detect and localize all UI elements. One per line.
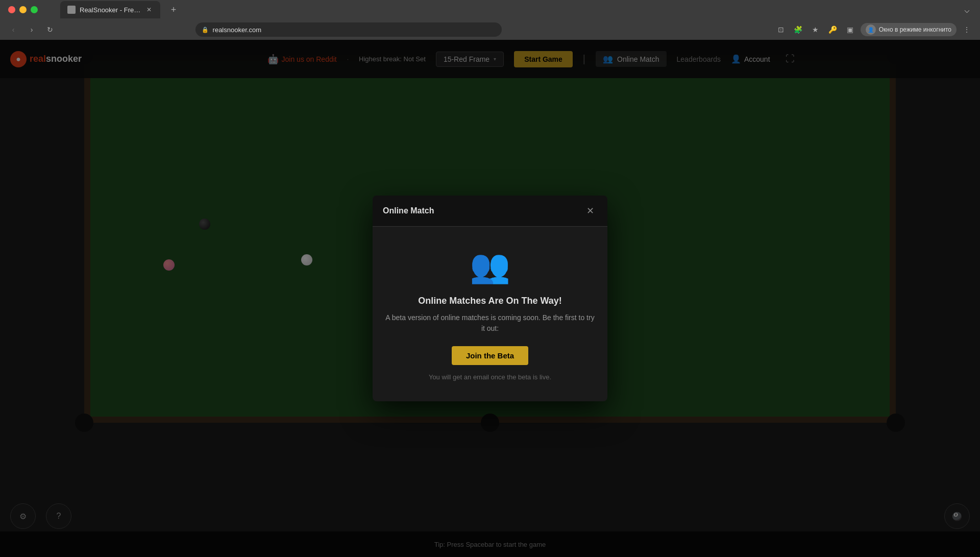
maximize-traffic-light[interactable] [31, 6, 38, 13]
dialog-note: You will get an email once the beta is l… [383, 373, 597, 381]
back-button[interactable]: ‹ [6, 22, 20, 37]
incognito-icon: 👤 [866, 25, 876, 35]
more-options-button[interactable]: ⋮ [960, 22, 974, 37]
game-area: ● realsnooker 🤖 Join us on Reddit · High… [0, 40, 980, 557]
extension-button[interactable]: 🧩 [791, 22, 805, 37]
sidebar-toggle-button[interactable]: ⌵ [962, 2, 972, 17]
players-icon: 👥 [383, 247, 597, 285]
split-view-button[interactable]: ▣ [843, 22, 857, 37]
bookmark-button[interactable]: ★ [808, 22, 823, 37]
join-beta-button[interactable]: Join the Beta [452, 346, 528, 365]
close-traffic-light[interactable] [8, 6, 15, 13]
traffic-lights [8, 6, 38, 13]
password-manager-button[interactable]: 🔑 [826, 22, 840, 37]
browser-titlebar: RealSnooker - Free 2D snooke ✕ + ⌵ [0, 0, 980, 19]
address-bar-row: ‹ › ↻ 🔒 realsnooker.com ⊡ 🧩 ★ 🔑 ▣ 👤 Окно… [0, 19, 980, 40]
dialog-title: Online Match [383, 206, 434, 215]
browser-actions: ⊡ 🧩 ★ 🔑 ▣ 👤 Окно в режиме инкогнито ⋮ [774, 22, 974, 37]
url-text: realsnooker.com [213, 26, 261, 34]
tab-title: RealSnooker - Free 2D snooke [80, 6, 141, 14]
dialog-heading: Online Matches Are On The Way! [383, 296, 597, 306]
dialog-body: 👥 Online Matches Are On The Way! A beta … [373, 227, 607, 401]
minimize-traffic-light[interactable] [19, 6, 27, 13]
dialog-overlay: Online Match ✕ 👥 Online Matches Are On T… [0, 40, 980, 557]
reload-button[interactable]: ↻ [43, 22, 57, 37]
screen-capture-button[interactable]: ⊡ [774, 22, 788, 37]
security-icon: 🔒 [202, 27, 209, 33]
dialog-description: A beta version of online matches is comi… [383, 312, 597, 334]
new-tab-button[interactable]: + [166, 3, 181, 17]
tab-favicon [67, 6, 76, 14]
online-match-dialog: Online Match ✕ 👥 Online Matches Are On T… [373, 196, 607, 401]
dialog-close-button[interactable]: ✕ [583, 204, 597, 218]
dialog-header: Online Match ✕ [373, 196, 607, 227]
address-bar[interactable]: 🔒 realsnooker.com [195, 22, 502, 37]
tab-close-button[interactable]: ✕ [145, 6, 153, 14]
incognito-badge: 👤 Окно в режиме инкогнито [861, 23, 957, 36]
forward-button[interactable]: › [24, 22, 39, 37]
incognito-text: Окно в режиме инкогнито [879, 26, 951, 33]
browser-tab[interactable]: RealSnooker - Free 2D snooke ✕ [60, 1, 160, 18]
